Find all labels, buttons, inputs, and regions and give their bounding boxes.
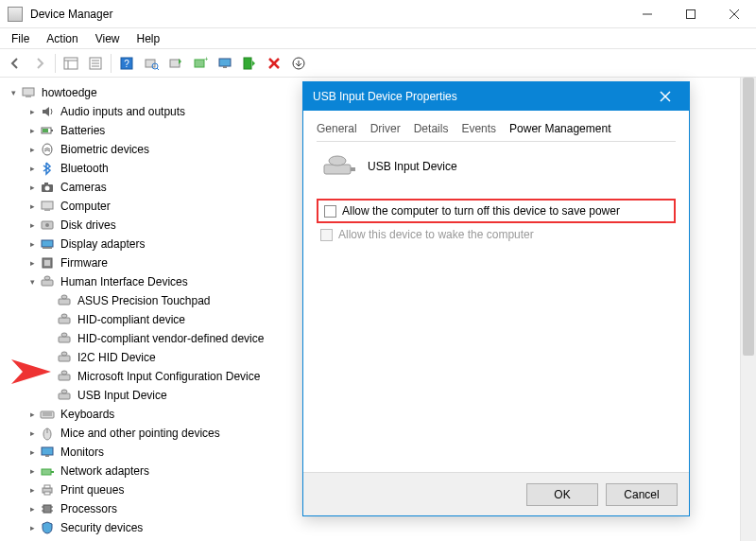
separator	[55, 54, 56, 73]
highlight-box: Allow the computer to turn off this devi…	[317, 199, 676, 223]
dialog-titlebar[interactable]: USB Input Device Properties	[303, 82, 689, 111]
tab-details[interactable]: Details	[414, 120, 449, 137]
checkbox-disabled-icon	[320, 229, 333, 241]
scrollbar-thumb[interactable]	[743, 78, 754, 356]
svg-rect-46	[59, 318, 70, 323]
menu-help[interactable]: Help	[129, 30, 168, 47]
printer-icon	[40, 482, 55, 497]
hid-device-icon	[57, 369, 72, 384]
tree-item[interactable]: ▸Security devices	[0, 518, 756, 537]
expand-icon[interactable]: ▸	[26, 238, 38, 250]
svg-rect-28	[51, 130, 53, 131]
checkbox-unchecked-icon[interactable]	[324, 205, 336, 218]
svg-rect-38	[42, 240, 53, 247]
bluetooth-icon	[40, 161, 55, 176]
dialog-close-button[interactable]	[651, 82, 679, 111]
expand-icon[interactable]: ▸	[26, 409, 38, 420]
monitor-button[interactable]	[214, 52, 236, 75]
allow-power-off-checkbox-row[interactable]: Allow the computer to turn off this devi…	[320, 201, 672, 220]
expand-icon[interactable]: ▸	[26, 522, 38, 533]
svg-rect-35	[44, 209, 50, 211]
help-toolbar-button[interactable]: ?	[115, 52, 138, 75]
menu-view[interactable]: View	[88, 30, 128, 47]
minimize-button[interactable]	[626, 0, 669, 28]
tree-item[interactable]: ▸Software components	[0, 537, 756, 541]
menu-file[interactable]: File	[4, 30, 37, 47]
battery-icon	[40, 123, 55, 138]
svg-point-32	[45, 186, 50, 191]
display-adapter-icon	[40, 236, 55, 252]
svg-point-55	[61, 390, 67, 393]
device-icon	[322, 153, 356, 180]
svg-rect-62	[45, 455, 49, 457]
toolbar: ? +	[0, 49, 756, 78]
svg-rect-25	[23, 88, 34, 96]
expand-icon[interactable]: ▸	[26, 257, 38, 269]
expand-icon[interactable]: ▸	[26, 106, 38, 117]
collapse-icon[interactable]: ▾	[26, 276, 38, 288]
svg-rect-66	[44, 485, 50, 488]
expand-icon[interactable]: ▸	[26, 125, 38, 136]
dialog-body: General Driver Details Events Power Mana…	[303, 111, 689, 472]
tab-general[interactable]: General	[317, 120, 357, 137]
close-button[interactable]	[713, 0, 756, 28]
svg-rect-34	[42, 201, 53, 209]
more-button[interactable]	[287, 52, 310, 75]
monitor-icon	[40, 445, 55, 460]
tab-driver[interactable]: Driver	[370, 120, 401, 137]
enable-device-button[interactable]	[238, 52, 261, 75]
hid-icon	[40, 274, 55, 289]
svg-rect-61	[42, 447, 53, 455]
expand-icon[interactable]: ▸	[26, 484, 38, 496]
forward-button[interactable]	[28, 52, 51, 75]
allow-wake-checkbox-row: Allow this device to wake the computer	[317, 225, 676, 244]
device-name-label: USB Input Device	[368, 160, 457, 173]
svg-point-53	[61, 371, 67, 375]
expand-icon[interactable]: ▸	[26, 182, 38, 193]
update-driver-button[interactable]	[164, 52, 187, 75]
expand-icon[interactable]: ▸	[26, 144, 38, 155]
properties-toolbar-button[interactable]	[84, 52, 107, 75]
expand-icon[interactable]: ▸	[26, 428, 38, 439]
expand-icon[interactable]: ▸	[26, 446, 38, 458]
svg-rect-4	[64, 58, 77, 69]
menu-action[interactable]: Action	[39, 30, 85, 47]
svg-rect-33	[44, 183, 48, 184]
tab-events[interactable]: Events	[461, 120, 496, 137]
svg-text:+: +	[204, 56, 208, 63]
svg-point-43	[44, 276, 50, 280]
back-button[interactable]	[4, 52, 26, 75]
expand-icon[interactable]: ▸	[26, 201, 38, 212]
computer-icon	[21, 85, 36, 100]
menubar: File Action View Help	[0, 28, 756, 49]
properties-dialog: USB Input Device Properties General Driv…	[302, 81, 690, 516]
svg-rect-1	[687, 9, 696, 18]
tab-power-management[interactable]: Power Management	[509, 120, 610, 137]
svg-rect-52	[59, 375, 70, 380]
expand-icon[interactable]: ▸	[26, 219, 38, 231]
hid-device-icon	[57, 293, 72, 308]
app-icon	[8, 7, 23, 22]
svg-rect-17	[195, 60, 204, 67]
ok-button[interactable]: OK	[526, 483, 598, 506]
tree-root-label: howtoedge	[42, 86, 97, 99]
svg-rect-29	[43, 129, 48, 132]
vertical-scrollbar[interactable]	[740, 78, 756, 541]
separator	[111, 54, 112, 73]
mouse-icon	[40, 426, 55, 441]
svg-rect-64	[51, 471, 54, 473]
show-hide-tree-button[interactable]	[60, 52, 82, 75]
collapse-icon[interactable]: ▾	[8, 87, 19, 98]
device-header: USB Input Device	[322, 153, 676, 180]
maximize-button[interactable]	[669, 0, 713, 28]
scan-hardware-button[interactable]	[140, 52, 163, 75]
expand-icon[interactable]: ▸	[26, 503, 38, 515]
uninstall-device-button[interactable]	[263, 52, 285, 75]
expand-icon[interactable]: ▸	[26, 465, 38, 477]
svg-rect-50	[59, 356, 70, 361]
svg-rect-67	[44, 492, 50, 495]
add-legacy-hw-button[interactable]: +	[189, 52, 212, 75]
hid-device-icon	[57, 331, 72, 346]
expand-icon[interactable]: ▸	[26, 163, 38, 174]
cancel-button[interactable]: Cancel	[606, 483, 678, 506]
